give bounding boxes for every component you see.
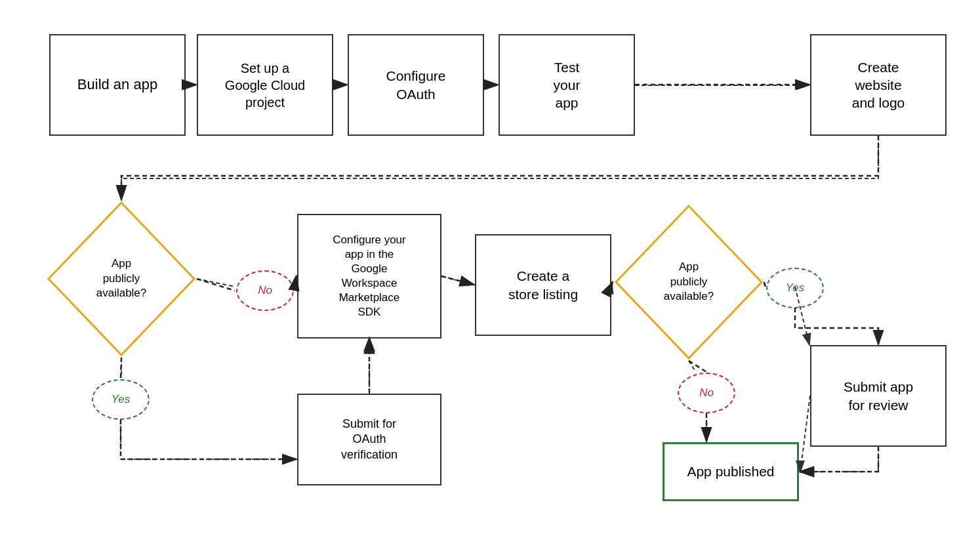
build-app-label: Build an app [77, 75, 157, 94]
test-app-box: Testyourapp [499, 34, 635, 136]
test-app-label: Testyourapp [554, 58, 581, 112]
svg-line-37 [121, 358, 121, 379]
oval-yes-2-label: Yes [786, 281, 804, 295]
create-website-box: Createwebsiteand logo [810, 34, 947, 136]
app-published-box: App published [663, 442, 799, 501]
configure-workspace-box: Configure yourapp in theGoogleWorkspaceM… [297, 214, 441, 339]
oval-no-2: No [678, 373, 735, 413]
oval-no-2-label: No [699, 386, 714, 400]
svg-line-34 [764, 282, 766, 287]
svg-line-9 [294, 276, 296, 291]
create-store-label: Create astore listing [508, 267, 578, 303]
svg-line-31 [294, 276, 296, 291]
submit-review-box: Submit appfor review [810, 345, 947, 447]
diamond2-label: Apppubliclyavailable? [664, 260, 714, 305]
svg-line-16 [800, 396, 810, 472]
configure-oauth-box: ConfigureOAuth [348, 34, 484, 136]
diamond-publicly-available-2: Apppubliclyavailable? [613, 203, 764, 361]
diamond-publicly-available-1: Apppubliclyavailable? [46, 200, 197, 358]
build-app-box: Build an app [49, 34, 186, 136]
configure-workspace-label: Configure yourapp in theGoogleWorkspaceM… [333, 233, 406, 320]
svg-line-35 [689, 361, 706, 372]
oval-yes-1-label: Yes [112, 393, 130, 406]
submit-oauth-label: Submit forOAuthverification [341, 417, 398, 462]
submit-review-label: Submit appfor review [844, 378, 913, 414]
create-store-box: Create astore listing [475, 234, 611, 336]
svg-line-12 [764, 282, 765, 287]
svg-line-32 [441, 276, 474, 285]
configure-oauth-label: ConfigureOAuth [386, 67, 445, 103]
flowchart-diagram: Build an app Set up aGoogle Cloudproject… [0, 0, 980, 534]
oval-yes-2: Yes [766, 268, 824, 308]
submit-oauth-box: Submit forOAuthverification [297, 394, 441, 485]
svg-line-8 [197, 279, 235, 287]
oval-yes-1: Yes [92, 379, 150, 420]
svg-line-10 [441, 276, 474, 285]
diamond1-label: Apppubliclyavailable? [96, 257, 147, 302]
svg-line-14 [689, 361, 695, 371]
svg-line-11 [611, 282, 612, 285]
setup-google-label: Set up aGoogle Cloudproject [225, 60, 305, 111]
svg-line-33 [611, 282, 613, 285]
setup-google-box: Set up aGoogle Cloudproject [197, 34, 333, 136]
svg-line-30 [197, 279, 235, 291]
app-published-label: App published [687, 462, 774, 480]
oval-no-1: No [236, 270, 294, 311]
create-website-label: Createwebsiteand logo [852, 58, 905, 112]
oval-no-1-label: No [258, 284, 272, 297]
